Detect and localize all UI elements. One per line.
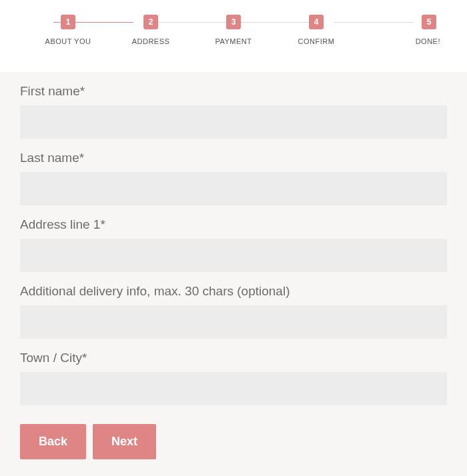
- step-number: 2: [143, 15, 158, 29]
- additional-info-label: Additional delivery info, max. 30 chars …: [20, 284, 447, 299]
- step-number: 5: [422, 15, 436, 29]
- back-button[interactable]: Back: [20, 424, 86, 459]
- form-buttons: Back Next: [0, 417, 467, 459]
- field-address-line-1: Address line 1*: [0, 217, 467, 272]
- first-name-label: First name*: [20, 84, 447, 99]
- first-name-input[interactable]: [20, 105, 447, 139]
- step-number: 3: [226, 15, 241, 29]
- step-number: 1: [61, 15, 75, 29]
- step-address[interactable]: 2 ADDRESS: [109, 15, 192, 45]
- next-button[interactable]: Next: [93, 424, 156, 459]
- step-label: PAYMENT: [215, 37, 252, 45]
- stepper: 1 ABOUT YOU 2 ADDRESS 3 PAYMENT 4 CONFIR…: [0, 0, 467, 45]
- address-line-1-input[interactable]: [20, 239, 447, 272]
- step-about-you[interactable]: 1 ABOUT YOU: [27, 15, 109, 45]
- town-city-input[interactable]: [20, 372, 447, 405]
- step-label: ABOUT YOU: [45, 37, 91, 45]
- step-payment[interactable]: 3 PAYMENT: [192, 15, 275, 45]
- address-line-1-label: Address line 1*: [20, 217, 447, 232]
- last-name-label: Last name*: [20, 151, 447, 165]
- additional-info-input[interactable]: [20, 305, 447, 339]
- field-additional-info: Additional delivery info, max. 30 chars …: [0, 284, 467, 339]
- town-city-label: Town / City*: [20, 351, 447, 365]
- step-done[interactable]: 5 DONE!: [358, 15, 440, 45]
- step-label: DONE!: [416, 37, 440, 45]
- address-form: First name* Last name* Address line 1* A…: [0, 72, 467, 476]
- step-label: ADDRESS: [132, 37, 170, 45]
- step-confirm[interactable]: 4 CONFIRM: [275, 15, 358, 45]
- last-name-input[interactable]: [20, 172, 447, 205]
- step-label: CONFIRM: [298, 37, 335, 45]
- field-first-name: First name*: [0, 84, 467, 139]
- step-number: 4: [309, 15, 324, 29]
- field-town-city: Town / City*: [0, 351, 467, 405]
- field-last-name: Last name*: [0, 151, 467, 205]
